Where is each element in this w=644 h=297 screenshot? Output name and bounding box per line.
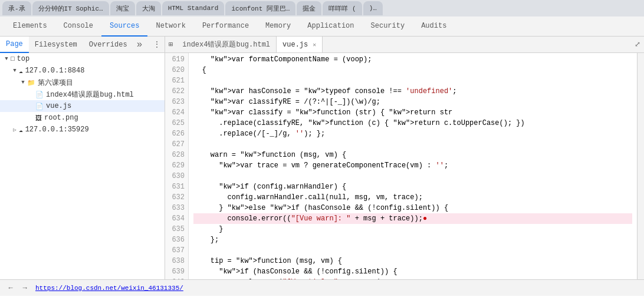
image-icon: 🖼 [35,114,42,122]
tab-sources[interactable]: Sources [101,16,147,37]
tab-application[interactable]: Application [299,16,362,37]
tree-item-file3[interactable]: 🖼 root.png [0,112,165,124]
file-icon: 📄 [35,91,44,98]
code-line: }; [193,235,632,245]
browser-tab-0[interactable]: 承-承 [2,1,31,15]
folder-icon: 📁 [27,79,35,87]
code-line: { [193,65,632,75]
nav-back-button[interactable]: ← [5,282,17,294]
browser-tab-4[interactable]: HTML Standard [162,1,225,15]
file-tab-1-close[interactable]: ✕ [313,41,316,48]
arrow-icon: ▼ [11,68,19,74]
tree-item-label: top [17,55,30,63]
maximize-icon[interactable]: ⤢ [631,40,644,49]
code-line: warn = "kw">function (msg, vm) { [193,150,632,160]
url-display: https://blog.csdn.net/weixin_46131335/ [35,285,635,292]
tree-item-label: root.png [44,114,78,122]
main-content: ▼ □ top ▼ ☁ 127.0.0.1:8848 ▼ 📁 第六课项目 📄 i… [0,53,644,279]
code-line: "kw">if (config.warnHandler) { [193,182,632,192]
file-tab-1-label: vue.js [282,41,308,49]
settings-icon[interactable]: ⋮ [149,39,165,50]
code-line: .replace(classifyRE, "kw">function (c) {… [193,118,632,128]
file-tabs-row: ⊞ index4错误原题bug.html vue.js ✕ ⤢ [165,37,644,53]
browser-tab-2[interactable]: 淘宝 [110,1,135,15]
browser-tab-5[interactable]: iconfont 阿里巴… [225,1,295,15]
line-numbers: 6196206216226236246256266276286296306316… [165,53,189,279]
code-line: console.error(("[Vue warn]: " + msg + tr… [193,213,632,224]
tree-item-server1[interactable]: ▼ ☁ 127.0.0.1:8848 [0,65,165,77]
tree-item-top[interactable]: ▼ □ top [0,53,165,65]
arrow-icon: ▼ [19,80,27,85]
sources-panel-tabs: Page Filesystem Overrides » ⋮ [0,37,165,53]
tab-memory[interactable]: Memory [257,16,299,37]
tree-item-project[interactable]: ▼ 📁 第六课项目 [0,77,165,88]
tab-audits[interactable]: Audits [413,16,455,37]
code-line: "kw">var classifyRE = /(?:^|[-_])(\w)/g; [193,97,632,107]
tree-item-file2[interactable]: 📄 vue.js [0,100,165,112]
bottom-nav: ← → [5,282,31,294]
code-line: "kw">if (hasConsole && (!config.silent))… [193,266,632,277]
code-line: "kw">var formatComponentName = (voop); [193,54,632,65]
code-line: } [193,224,632,235]
file-tree-sidebar: ▼ □ top ▼ ☁ 127.0.0.1:8848 ▼ 📁 第六课项目 📄 i… [0,53,165,279]
code-line [193,245,632,256]
expand-icon[interactable]: ⊞ [165,40,176,49]
error-indicator: ● [423,214,427,223]
spacer [27,115,35,121]
code-line: "kw">var hasConsole = "kw">typeof consol… [193,86,632,97]
tree-item-label: vue.js [46,102,71,110]
tree-item-label: 127.0.0.1:8848 [25,67,85,75]
browser-tab-3[interactable]: 大淘 [136,1,161,15]
tree-item-label: 127.0.0.1:35929 [25,126,89,134]
panel-tab-overrides[interactable]: Overrides [83,37,133,53]
code-line: "kw">var trace = vm ? generateComponentT… [193,160,632,171]
tab-console[interactable]: Console [55,16,101,37]
nav-forward-button[interactable]: → [19,282,31,294]
code-content[interactable]: "kw">var formatComponentName = (voop); {… [189,53,637,279]
arrow-icon: ▼ [2,56,11,62]
cloud-icon: ☁ [19,67,23,75]
code-line: console.warn("[Vue tip]: " + msg + ( [193,277,632,279]
tree-item-server2[interactable]: ▷ ☁ 127.0.0.1:35929 [0,124,165,136]
tab-performance[interactable]: Performance [194,16,257,37]
code-editor: 6196206216226236246256266276286296306316… [165,53,644,279]
browser-tab-6[interactable]: 掘金 [297,1,321,15]
code-line: "kw">var classify = "kw">function (str) … [193,107,632,118]
bottom-bar: ← → https://blog.csdn.net/weixin_4613133… [0,279,644,296]
file-icon: 📄 [35,103,44,110]
code-line [193,75,632,86]
file-tab-0[interactable]: index4错误原题bug.html [176,37,277,53]
code-line: } "kw">else "kw">if (hasConsole && (!con… [193,203,632,213]
browser-tab-bar: 承-承 分分钟的IT Sophic… 淘宝 大淘 HTML Standard i… [0,0,644,16]
tab-network[interactable]: Network [147,16,193,37]
file-tab-1[interactable]: vue.js ✕ [277,37,323,53]
panel-tab-filesystem[interactable]: Filesystem [29,37,83,53]
cloud-icon: ☁ [19,126,23,134]
code-line [193,139,632,150]
tree-item-label: index4错误原题bug.html [46,90,134,100]
browser-tab-8[interactable]: )… [363,1,383,15]
code-line: config.warnHandler.call(null, msg, vm, t… [193,192,632,203]
tab-elements[interactable]: Elements [5,16,55,37]
panel-tab-page[interactable]: Page [0,37,29,53]
tab-security[interactable]: Security [363,16,413,37]
arrow-icon: ▷ [11,127,19,133]
tree-item-file1[interactable]: 📄 index4错误原题bug.html [0,88,165,100]
sources-header-row: Page Filesystem Overrides » ⋮ ⊞ index4错误… [0,37,644,53]
folder-icon: □ [11,55,15,62]
browser-tab-1[interactable]: 分分钟的IT Sophic… [32,1,109,15]
code-line: tip = "kw">function (msg, vm) { [193,256,632,266]
vertical-scrollbar[interactable] [637,53,644,279]
tree-item-label: 第六课项目 [38,78,73,88]
file-tab-0-label: index4错误原题bug.html [182,39,270,50]
devtools-toolbar: Elements Console Sources Network Perform… [0,16,644,37]
spacer [27,91,35,97]
code-line: .replace(/[-_]/g, ''); }; [193,128,632,139]
code-line [193,171,632,182]
more-tabs-button[interactable]: » [133,39,146,50]
browser-tab-7[interactable]: 咩咩咩 ( [323,1,362,15]
spacer [27,103,35,109]
